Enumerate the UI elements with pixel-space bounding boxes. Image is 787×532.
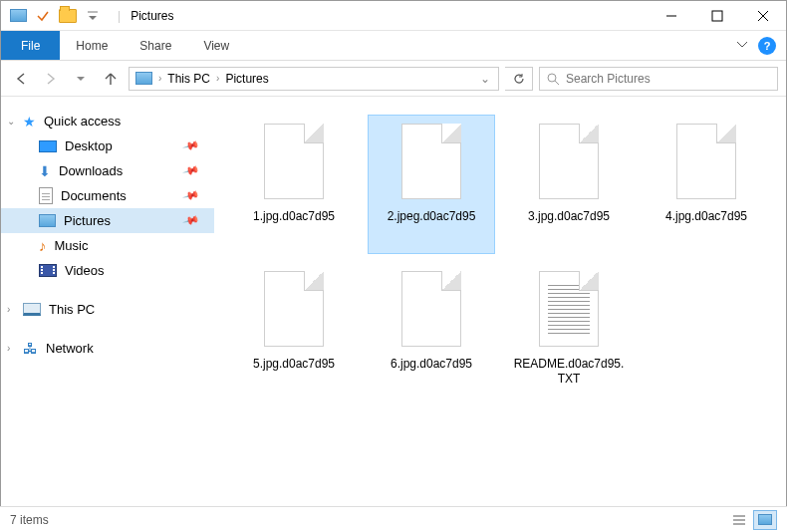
file-item[interactable]: 1.jpg.d0ac7d95 [230,115,358,254]
sidebar-item-label: Network [46,341,94,356]
downloads-icon: ⬇ [39,163,51,179]
generic-file-icon [531,120,607,205]
sidebar-item-label: Documents [61,188,127,203]
ribbon-expand-icon[interactable] [736,38,748,53]
quick-access-toolbar [1,5,110,27]
status-text: 7 items [10,513,49,527]
sidebar-item-label: Pictures [64,213,111,228]
file-item[interactable]: README.d0ac7d95.TXT [505,262,633,401]
chevron-right-icon[interactable]: › [156,73,163,84]
videos-icon [39,264,57,277]
tab-share[interactable]: Share [124,31,187,60]
file-label: 6.jpg.d0ac7d95 [391,357,472,372]
close-button[interactable] [740,1,786,31]
sidebar-item-label: Quick access [44,114,121,129]
titlebar: Pictures [1,1,786,31]
generic-file-icon [394,120,469,205]
chevron-right-icon[interactable]: › [7,343,10,354]
statusbar: 7 items [0,506,787,532]
back-button[interactable] [9,67,33,91]
qat-properties-icon[interactable] [32,5,54,27]
qat-dropdown-icon[interactable] [82,5,104,27]
desktop-icon [39,140,57,152]
file-label: 2.jpeg.d0ac7d95 [388,209,476,224]
main: ⌄ ★ Quick access Desktop 📌 ⬇ Downloads 📌… [1,97,786,505]
chevron-right-icon[interactable]: › [214,73,221,84]
help-button[interactable]: ? [758,37,776,55]
sidebar-item-label: Music [55,238,89,253]
minimize-button[interactable] [649,1,694,31]
breadcrumb-root-icon[interactable] [133,72,154,85]
file-label: 3.jpg.d0ac7d95 [528,209,610,224]
app-icon [7,5,29,27]
sidebar-item-label: This PC [49,302,95,317]
up-button[interactable] [99,67,123,91]
pin-icon: 📌 [182,211,201,229]
file-grid[interactable]: 1.jpg.d0ac7d952.jpeg.d0ac7d953.jpg.d0ac7… [214,97,786,505]
network-icon: 🖧 [23,340,38,357]
breadcrumb-dropdown-icon[interactable]: ⌄ [476,72,494,86]
refresh-button[interactable] [505,67,533,91]
sidebar-network[interactable]: › 🖧 Network [1,336,214,361]
generic-file-icon [256,267,332,353]
generic-file-icon [668,120,744,205]
tab-home[interactable]: Home [60,31,124,60]
sidebar-item-documents[interactable]: Documents 📌 [1,183,214,208]
sidebar-item-label: Desktop [65,138,113,153]
breadcrumb-pictures[interactable]: Pictures [223,72,270,86]
generic-file-icon [256,120,332,205]
svg-point-5 [548,74,556,82]
sidebar-item-label: Downloads [59,163,123,178]
chevron-right-icon[interactable]: › [7,304,10,315]
pin-icon: 📌 [182,136,201,154]
view-details-button[interactable] [727,510,751,530]
tab-view[interactable]: View [187,31,245,60]
addressbar: › This PC › Pictures ⌄ [1,61,786,97]
file-label: 5.jpg.d0ac7d95 [253,357,335,372]
search-icon [546,72,560,86]
maximize-button[interactable] [694,1,740,31]
generic-file-icon [394,267,469,353]
recent-dropdown-icon[interactable] [69,67,93,91]
forward-button[interactable] [39,67,63,91]
sidebar-item-downloads[interactable]: ⬇ Downloads 📌 [1,158,214,183]
qat-folder-icon[interactable] [57,5,79,27]
window-title: Pictures [110,9,173,23]
ribbon: File Home Share View ? [1,31,786,61]
pc-icon [23,303,41,316]
breadcrumb-this-pc[interactable]: This PC [165,72,212,86]
svg-rect-2 [712,11,722,21]
file-item[interactable]: 6.jpg.d0ac7d95 [368,262,495,401]
breadcrumb[interactable]: › This PC › Pictures ⌄ [129,67,499,91]
sidebar: ⌄ ★ Quick access Desktop 📌 ⬇ Downloads 📌… [1,97,214,505]
pictures-icon [39,214,56,227]
search-box[interactable] [539,67,778,91]
file-tab[interactable]: File [1,31,60,60]
sidebar-quick-access[interactable]: ⌄ ★ Quick access [1,109,214,133]
music-icon: ♪ [39,237,47,254]
view-icons-button[interactable] [753,510,777,530]
sidebar-item-pictures[interactable]: Pictures 📌 [1,208,214,233]
file-label: 1.jpg.d0ac7d95 [253,209,335,224]
file-item[interactable]: 5.jpg.d0ac7d95 [230,262,358,401]
sidebar-item-videos[interactable]: Videos [1,258,214,283]
sidebar-item-label: Videos [65,263,105,278]
pin-icon: 📌 [182,161,201,179]
sidebar-item-music[interactable]: ♪ Music [1,233,214,258]
sidebar-this-pc[interactable]: › This PC [1,297,214,322]
sidebar-item-desktop[interactable]: Desktop 📌 [1,133,214,158]
file-item[interactable]: 2.jpeg.d0ac7d95 [368,115,495,254]
text-file-icon [531,267,607,353]
file-item[interactable]: 3.jpg.d0ac7d95 [505,115,633,254]
svg-line-6 [555,81,559,85]
document-icon [39,187,53,204]
file-label: 4.jpg.d0ac7d95 [665,209,747,224]
search-input[interactable] [566,72,771,86]
chevron-down-icon[interactable]: ⌄ [7,116,15,127]
file-item[interactable]: 4.jpg.d0ac7d95 [643,115,770,254]
pin-icon: 📌 [182,186,201,204]
file-label: README.d0ac7d95.TXT [510,357,628,387]
star-icon: ★ [23,114,36,130]
